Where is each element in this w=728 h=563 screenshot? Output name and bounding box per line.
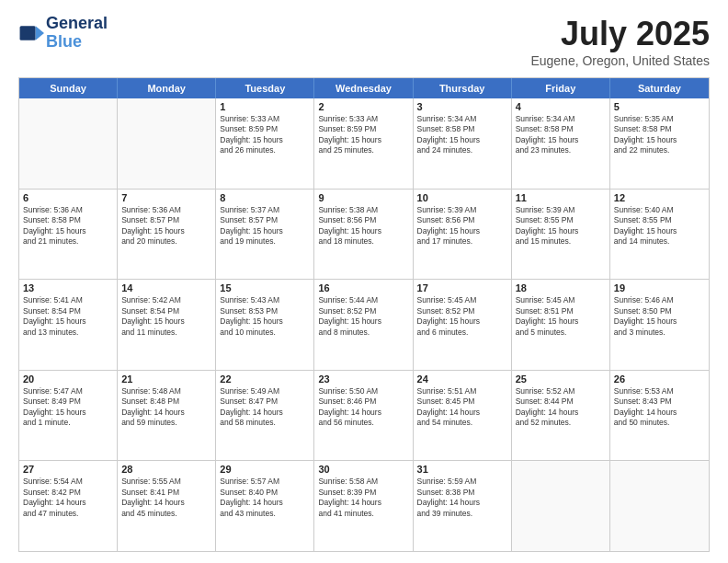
day-number: 8 [220, 192, 310, 203]
cell-sun-info: Sunrise: 5:48 AM Sunset: 8:48 PM Dayligh… [121, 386, 211, 429]
calendar-cell [19, 98, 118, 189]
cell-sun-info: Sunrise: 5:34 AM Sunset: 8:58 PM Dayligh… [417, 114, 507, 156]
day-number: 31 [417, 464, 507, 475]
day-of-week-header: Wednesday [314, 78, 413, 98]
calendar-cell: 4Sunrise: 5:34 AM Sunset: 8:58 PM Daylig… [512, 98, 610, 189]
cell-sun-info: Sunrise: 5:57 AM Sunset: 8:40 PM Dayligh… [220, 477, 310, 519]
day-number: 9 [318, 192, 408, 203]
logo-text: General Blue [46, 15, 108, 52]
cell-sun-info: Sunrise: 5:39 AM Sunset: 8:55 PM Dayligh… [516, 205, 606, 247]
cell-sun-info: Sunrise: 5:58 AM Sunset: 8:39 PM Dayligh… [318, 477, 408, 519]
day-number: 29 [220, 464, 310, 475]
day-number: 11 [516, 192, 606, 203]
calendar-cell: 21Sunrise: 5:48 AM Sunset: 8:48 PM Dayli… [118, 371, 216, 461]
day-number: 15 [220, 282, 310, 293]
logo: General Blue [18, 15, 108, 52]
calendar-cell [512, 461, 610, 551]
cell-sun-info: Sunrise: 5:39 AM Sunset: 8:56 PM Dayligh… [417, 205, 507, 247]
calendar-cell: 10Sunrise: 5:39 AM Sunset: 8:56 PM Dayli… [414, 190, 512, 280]
day-number: 30 [318, 464, 408, 475]
cell-sun-info: Sunrise: 5:53 AM Sunset: 8:43 PM Dayligh… [614, 386, 705, 429]
calendar-cell: 23Sunrise: 5:50 AM Sunset: 8:46 PM Dayli… [314, 371, 413, 461]
calendar-cell: 20Sunrise: 5:47 AM Sunset: 8:49 PM Dayli… [19, 371, 118, 461]
header: General Blue July 2025 Eugene, Oregon, U… [18, 15, 710, 68]
cell-sun-info: Sunrise: 5:40 AM Sunset: 8:55 PM Dayligh… [614, 205, 705, 247]
calendar-cell: 2Sunrise: 5:33 AM Sunset: 8:59 PM Daylig… [314, 98, 413, 189]
calendar-week-row: 13Sunrise: 5:41 AM Sunset: 8:54 PM Dayli… [19, 279, 709, 370]
cell-sun-info: Sunrise: 5:42 AM Sunset: 8:54 PM Dayligh… [121, 295, 211, 338]
day-number: 1 [220, 101, 310, 112]
calendar-week-row: 1Sunrise: 5:33 AM Sunset: 8:59 PM Daylig… [19, 98, 709, 189]
calendar-cell: 6Sunrise: 5:36 AM Sunset: 8:58 PM Daylig… [19, 190, 118, 280]
day-number: 10 [417, 192, 507, 203]
cell-sun-info: Sunrise: 5:41 AM Sunset: 8:54 PM Dayligh… [23, 295, 113, 338]
cell-sun-info: Sunrise: 5:36 AM Sunset: 8:58 PM Dayligh… [23, 205, 113, 247]
calendar-cell [610, 461, 709, 551]
cell-sun-info: Sunrise: 5:33 AM Sunset: 8:59 PM Dayligh… [220, 114, 310, 156]
day-number: 18 [516, 282, 606, 293]
day-number: 12 [614, 192, 705, 203]
day-number: 28 [121, 464, 211, 475]
day-number: 27 [23, 464, 113, 475]
cell-sun-info: Sunrise: 5:45 AM Sunset: 8:51 PM Dayligh… [516, 295, 606, 338]
calendar-cell: 25Sunrise: 5:52 AM Sunset: 8:44 PM Dayli… [512, 371, 610, 461]
day-of-week-header: Monday [118, 78, 216, 98]
calendar-cell: 14Sunrise: 5:42 AM Sunset: 8:54 PM Dayli… [118, 280, 216, 370]
day-of-week-header: Sunday [19, 78, 118, 98]
day-number: 3 [417, 101, 507, 112]
cell-sun-info: Sunrise: 5:59 AM Sunset: 8:38 PM Dayligh… [417, 477, 507, 519]
calendar-body: 1Sunrise: 5:33 AM Sunset: 8:59 PM Daylig… [19, 98, 709, 551]
title-block: July 2025 Eugene, Oregon, United States [530, 15, 710, 68]
day-number: 5 [614, 101, 705, 112]
cell-sun-info: Sunrise: 5:38 AM Sunset: 8:56 PM Dayligh… [318, 205, 408, 247]
calendar-cell: 5Sunrise: 5:35 AM Sunset: 8:58 PM Daylig… [610, 98, 709, 189]
calendar-week-row: 6Sunrise: 5:36 AM Sunset: 8:58 PM Daylig… [19, 189, 709, 280]
day-number: 6 [23, 192, 113, 203]
cell-sun-info: Sunrise: 5:43 AM Sunset: 8:53 PM Dayligh… [220, 295, 310, 338]
day-of-week-header: Thursday [414, 78, 512, 98]
cell-sun-info: Sunrise: 5:34 AM Sunset: 8:58 PM Dayligh… [516, 114, 606, 156]
calendar-cell: 19Sunrise: 5:46 AM Sunset: 8:50 PM Dayli… [610, 280, 709, 370]
day-of-week-header: Saturday [610, 78, 709, 98]
day-number: 4 [516, 101, 606, 112]
calendar-cell: 18Sunrise: 5:45 AM Sunset: 8:51 PM Dayli… [512, 280, 610, 370]
calendar-cell: 24Sunrise: 5:51 AM Sunset: 8:45 PM Dayli… [414, 371, 512, 461]
month-title: July 2025 [530, 15, 710, 53]
calendar-cell: 27Sunrise: 5:54 AM Sunset: 8:42 PM Dayli… [19, 461, 118, 551]
calendar-cell: 17Sunrise: 5:45 AM Sunset: 8:52 PM Dayli… [414, 280, 512, 370]
calendar-cell: 16Sunrise: 5:44 AM Sunset: 8:52 PM Dayli… [314, 280, 413, 370]
calendar-cell: 26Sunrise: 5:53 AM Sunset: 8:43 PM Dayli… [610, 371, 709, 461]
day-number: 25 [516, 373, 606, 385]
day-number: 13 [23, 282, 113, 293]
calendar-cell: 7Sunrise: 5:36 AM Sunset: 8:57 PM Daylig… [118, 190, 216, 280]
location: Eugene, Oregon, United States [530, 53, 710, 68]
calendar-cell: 31Sunrise: 5:59 AM Sunset: 8:38 PM Dayli… [414, 461, 512, 551]
calendar: SundayMondayTuesdayWednesdayThursdayFrid… [18, 77, 710, 552]
day-of-week-header: Tuesday [216, 78, 314, 98]
cell-sun-info: Sunrise: 5:33 AM Sunset: 8:59 PM Dayligh… [318, 114, 408, 156]
calendar-cell: 8Sunrise: 5:37 AM Sunset: 8:57 PM Daylig… [216, 190, 314, 280]
day-number: 23 [318, 373, 408, 385]
cell-sun-info: Sunrise: 5:45 AM Sunset: 8:52 PM Dayligh… [417, 295, 507, 338]
calendar-cell: 12Sunrise: 5:40 AM Sunset: 8:55 PM Dayli… [610, 190, 709, 280]
day-number: 20 [23, 373, 113, 385]
calendar-cell: 9Sunrise: 5:38 AM Sunset: 8:56 PM Daylig… [314, 190, 413, 280]
calendar-week-row: 27Sunrise: 5:54 AM Sunset: 8:42 PM Dayli… [19, 460, 709, 551]
calendar-cell [118, 98, 216, 189]
calendar-cell: 15Sunrise: 5:43 AM Sunset: 8:53 PM Dayli… [216, 280, 314, 370]
cell-sun-info: Sunrise: 5:51 AM Sunset: 8:45 PM Dayligh… [417, 386, 507, 429]
day-number: 22 [220, 373, 310, 385]
day-number: 2 [318, 101, 408, 112]
day-of-week-header: Friday [512, 78, 610, 98]
calendar-cell: 3Sunrise: 5:34 AM Sunset: 8:58 PM Daylig… [414, 98, 512, 189]
cell-sun-info: Sunrise: 5:49 AM Sunset: 8:47 PM Dayligh… [220, 386, 310, 429]
cell-sun-info: Sunrise: 5:46 AM Sunset: 8:50 PM Dayligh… [614, 295, 705, 338]
cell-sun-info: Sunrise: 5:52 AM Sunset: 8:44 PM Dayligh… [516, 386, 606, 429]
cell-sun-info: Sunrise: 5:50 AM Sunset: 8:46 PM Dayligh… [318, 386, 408, 429]
cell-sun-info: Sunrise: 5:55 AM Sunset: 8:41 PM Dayligh… [121, 477, 211, 519]
calendar-cell: 29Sunrise: 5:57 AM Sunset: 8:40 PM Dayli… [216, 461, 314, 551]
calendar-header: SundayMondayTuesdayWednesdayThursdayFrid… [19, 78, 709, 98]
calendar-cell: 1Sunrise: 5:33 AM Sunset: 8:59 PM Daylig… [216, 98, 314, 189]
calendar-cell: 28Sunrise: 5:55 AM Sunset: 8:41 PM Dayli… [118, 461, 216, 551]
day-number: 24 [417, 373, 507, 385]
